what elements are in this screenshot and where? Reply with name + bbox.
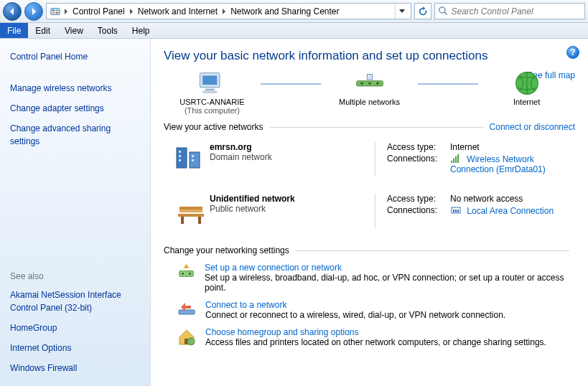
map-node-multiple-networks: Multiple networks <box>321 70 418 106</box>
svg-rect-23 <box>192 159 194 161</box>
see-also-internet-options[interactable]: Internet Options <box>10 342 140 354</box>
homegroup-icon <box>177 327 197 347</box>
svg-rect-2 <box>56 9 59 11</box>
svg-rect-27 <box>457 154 459 163</box>
see-also-heading: See also <box>10 271 140 281</box>
task-desc: Connect or reconnect to a wireless, wire… <box>205 310 505 320</box>
section-label: Change your networking settings <box>164 245 289 255</box>
connection-link[interactable]: Local Area Connection <box>467 206 554 216</box>
svg-rect-8 <box>203 75 218 85</box>
setup-connection-icon <box>177 263 196 283</box>
map-node-label: Internet <box>513 98 540 106</box>
network-entry-domain: emrsn.org Domain network Access type: In… <box>164 138 575 189</box>
map-connector <box>261 83 321 85</box>
nav-forward-button[interactable] <box>24 2 43 21</box>
task-setup-connection: Set up a new connection or network Set u… <box>177 263 575 293</box>
task-link[interactable]: Set up a new connection or network <box>205 263 575 273</box>
svg-rect-20 <box>179 155 181 157</box>
breadcrumb-label: Network and Internet <box>138 6 218 17</box>
task-connect-network: Connect to a network Connect or reconnec… <box>177 300 575 320</box>
map-node-sublabel: (This computer) <box>185 106 240 115</box>
menu-help[interactable]: Help <box>125 23 157 38</box>
svg-rect-21 <box>179 159 181 161</box>
svg-rect-25 <box>453 159 454 163</box>
svg-rect-19 <box>179 151 181 153</box>
domain-network-icon <box>172 142 210 176</box>
active-networks-header: View your active networks Connect or dis… <box>164 122 575 132</box>
svg-rect-31 <box>181 217 184 224</box>
search-box[interactable] <box>434 3 585 19</box>
menu-view[interactable]: View <box>57 23 90 38</box>
sidebar: Control Panel Home Manage wireless netwo… <box>0 39 151 386</box>
see-also-akamai[interactable]: Akamai NetSession Interface Control Pane… <box>10 288 140 314</box>
menu-file[interactable]: File <box>0 23 28 38</box>
sidebar-link-adapter[interactable]: Change adapter settings <box>10 102 140 115</box>
svg-point-5 <box>439 6 445 12</box>
computer-icon <box>196 70 228 96</box>
sidebar-link-advanced[interactable]: Change advanced sharing settings <box>10 122 140 148</box>
chevron-right-icon[interactable] <box>128 6 135 17</box>
access-type-value: Internet <box>450 142 575 152</box>
svg-rect-17 <box>177 148 187 168</box>
task-link[interactable]: Connect to a network <box>205 300 505 310</box>
svg-rect-26 <box>455 156 457 163</box>
breadcrumb-item[interactable]: Network and Sharing Center <box>229 4 340 19</box>
globe-icon <box>511 70 543 96</box>
svg-rect-37 <box>179 271 193 277</box>
svg-rect-3 <box>52 11 55 13</box>
see-also-homegroup[interactable]: HomeGroup <box>10 321 140 334</box>
network-type: Domain network <box>210 152 375 162</box>
svg-rect-32 <box>198 217 201 224</box>
svg-rect-9 <box>205 88 215 90</box>
breadcrumb-bar[interactable]: Control Panel Network and Internet Netwo… <box>46 3 411 19</box>
sidebar-link-wireless[interactable]: Manage wireless networks <box>10 82 140 95</box>
network-map-row: See full map USRTC-ANNARIE (This compute… <box>164 70 575 115</box>
access-type-value: No network access <box>450 194 575 204</box>
svg-rect-29 <box>179 207 202 210</box>
map-node-internet: Internet <box>478 70 575 106</box>
svg-point-12 <box>360 82 363 85</box>
breadcrumb-item[interactable]: Control Panel <box>71 4 126 19</box>
svg-point-38 <box>182 273 184 275</box>
map-node-label: Multiple networks <box>339 98 400 106</box>
breadcrumb-label: Network and Sharing Center <box>230 6 339 17</box>
network-hub-icon <box>354 70 386 96</box>
connect-disconnect-link[interactable]: Connect or disconnect <box>490 122 575 132</box>
page-title: View your basic network information and … <box>164 49 575 63</box>
change-settings-header: Change your networking settings <box>164 245 575 255</box>
svg-line-6 <box>444 12 447 15</box>
svg-point-42 <box>187 338 195 345</box>
map-node-this-computer: USRTC-ANNARIE (This computer) <box>164 70 261 115</box>
help-button[interactable]: ? <box>566 46 579 59</box>
wifi-signal-icon <box>450 154 462 164</box>
breadcrumb-item[interactable]: Network and Internet <box>136 4 219 19</box>
svg-rect-15 <box>367 74 372 79</box>
connection-link[interactable]: Wireless Network Connection (EmrData01) <box>450 154 546 174</box>
content-pane: ? View your basic network information an… <box>151 39 588 386</box>
address-dropdown-button[interactable] <box>395 4 408 19</box>
connections-label: Connections: <box>387 205 450 216</box>
menu-bar: File Edit View Tools Help <box>0 23 588 39</box>
menu-edit[interactable]: Edit <box>28 23 57 38</box>
nav-back-button[interactable] <box>3 2 22 21</box>
search-input[interactable] <box>452 6 582 17</box>
map-connector <box>418 83 478 85</box>
search-icon <box>438 6 449 17</box>
svg-rect-22 <box>192 155 194 157</box>
see-also-firewall[interactable]: Windows Firewall <box>10 362 140 375</box>
svg-rect-36 <box>457 210 459 212</box>
svg-rect-34 <box>453 210 454 212</box>
svg-point-14 <box>376 82 379 85</box>
network-name: emrsn.org <box>210 142 375 152</box>
task-link[interactable]: Choose homegroup and sharing options <box>205 327 546 337</box>
svg-rect-4 <box>56 11 59 13</box>
svg-rect-28 <box>178 214 204 217</box>
menu-tools[interactable]: Tools <box>90 23 125 38</box>
svg-rect-35 <box>455 210 457 212</box>
network-entry-public: Unidentified network Public network Acce… <box>164 189 575 241</box>
chevron-right-icon[interactable] <box>220 6 228 17</box>
chevron-right-icon[interactable] <box>62 6 70 17</box>
access-type-label: Access type: <box>387 142 450 152</box>
refresh-button[interactable] <box>414 3 431 19</box>
sidebar-home-link[interactable]: Control Panel Home <box>10 50 140 63</box>
